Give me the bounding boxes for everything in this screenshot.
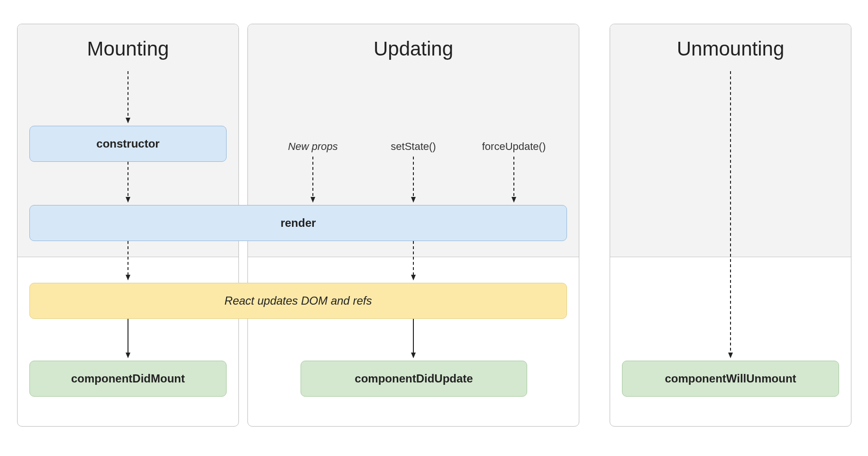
node-component-will-unmount: componentWillUnmount [622, 361, 839, 397]
column-updating-title: Updating [248, 24, 579, 60]
node-render-label: render [281, 216, 316, 230]
node-component-will-unmount-label: componentWillUnmount [665, 372, 796, 385]
trigger-new-props: New props [288, 140, 338, 153]
trigger-force-update: forceUpdate() [482, 140, 546, 153]
react-lifecycle-diagram: Mounting Updating Unmounting constructor… [0, 0, 868, 456]
trigger-set-state: setState() [391, 140, 436, 153]
node-dom-update: React updates DOM and refs [29, 283, 567, 319]
node-render: render [29, 205, 567, 241]
column-unmounting-title: Unmounting [610, 24, 851, 60]
node-component-did-update-label: componentDidUpdate [355, 372, 473, 385]
node-dom-update-label: React updates DOM and refs [225, 294, 372, 307]
node-component-did-mount: componentDidMount [29, 361, 227, 397]
node-component-did-mount-label: componentDidMount [71, 372, 185, 385]
column-mounting-title: Mounting [18, 24, 238, 60]
node-constructor: constructor [29, 126, 227, 162]
node-component-did-update: componentDidUpdate [301, 361, 527, 397]
column-unmounting-top: Unmounting [610, 24, 851, 257]
node-constructor-label: constructor [96, 137, 159, 150]
